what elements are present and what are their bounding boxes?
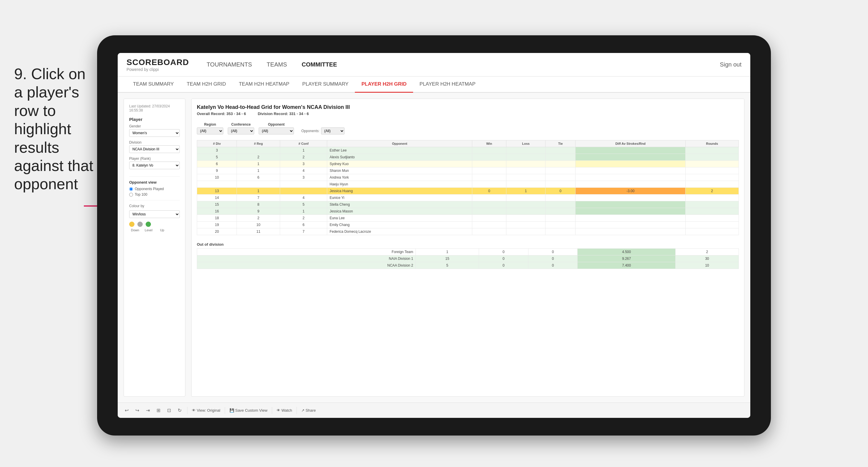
nav-teams[interactable]: TEAMS [267,60,287,69]
nav-tournaments[interactable]: TOURNAMENTS [207,60,252,69]
col-conf: # Conf [280,141,327,147]
undo-button[interactable]: ↩ [124,406,130,414]
subnav-player-summary[interactable]: PLAYER SUMMARY [296,76,355,93]
subnav-team-h2h-grid[interactable]: TEAM H2H GRID [180,76,232,93]
save-custom-label[interactable]: 💾 Save Custom View [229,408,268,412]
eye-icon: 👁 [192,408,196,412]
division-select[interactable]: NCAA Division III [129,145,180,153]
player-section-title: Player [129,117,180,122]
instruction-number: 9. [14,65,27,83]
subnav-player-h2h-grid[interactable]: PLAYER H2H GRID [355,76,413,93]
radio-top100[interactable]: Top 100 [129,192,180,196]
col-rounds: Rounds [685,141,739,147]
out-table: Foreign Team 1 0 0 4.500 2 NAIA Division… [197,248,739,269]
gender-select[interactable]: Women's [129,129,180,137]
out-table-row[interactable]: NCAA Division 2 5 0 0 7.400 10 [197,262,739,269]
table-row-highlighted[interactable]: 13 1 Jessica Huang 0 1 0 -3.00 2 [197,188,739,194]
table-row[interactable]: 19 10 6 Emily Chang [197,222,739,228]
subnav-team-summary[interactable]: TEAM SUMMARY [126,76,180,93]
region-select[interactable]: (All) [197,127,223,134]
colour-labels: Down Level Up [129,228,180,232]
out-table-row[interactable]: NAIA Division 1 15 0 0 9.267 30 [197,255,739,262]
data-title: Katelyn Vo Head-to-Head Grid for Women's… [197,104,350,111]
col-loss: Loss [506,141,545,147]
conference-filter-label: Conference [231,122,251,127]
col-reg: # Reg [237,141,280,147]
col-div: # Div [197,141,237,147]
table-header-row: # Div # Reg # Conf Opponent Win Loss Tie… [197,141,739,147]
instruction-body: Click on a player's row to highlight res… [14,65,93,192]
share-icon: ↗ [301,408,305,412]
table-row[interactable]: 5 2 2 Alexis Sudjianto [197,154,739,161]
main-table: # Div # Reg # Conf Opponent Win Loss Tie… [197,140,739,235]
nav-committee[interactable]: COMMITTEE [302,60,337,69]
instruction-text: 9. Click on a player's row to highlight … [14,65,96,193]
opponent-view-title: Opponent view [129,180,180,185]
out-of-division-title: Out of division [197,242,739,247]
col-tie: Tie [546,141,576,147]
player-rank-select[interactable]: 8. Katelyn Vo [129,161,180,169]
table-row[interactable]: 15 8 5 Stella Cheng [197,201,739,208]
colour-by-label: Colour by [129,204,180,208]
table-row[interactable]: Haeju Hyun [197,181,739,188]
colour-dots [129,222,180,227]
left-panel: Last Updated: 27/03/2024 16:55:38 Player… [124,99,185,397]
top-nav: SCOREBOARD Powered by clippi TOURNAMENTS… [118,53,750,76]
table-row[interactable]: 20 11 7 Federica Domecq Lacroze [197,228,739,235]
colour-by-select[interactable]: Win/loss [129,210,180,218]
paste-button[interactable]: ⊡ [166,406,172,414]
region-filter-group: Region (All) [197,122,223,134]
opponent-select[interactable]: (All) [259,127,294,134]
table-row[interactable]: 3 1 Esther Lee [197,147,739,154]
subnav-team-h2h-heatmap[interactable]: TEAM H2H HEATMAP [232,76,296,93]
refresh-button[interactable]: ↻ [177,406,183,414]
data-panel: Katelyn Vo Head-to-Head Grid for Women's… [191,99,744,397]
toolbar-divider-4 [297,407,297,414]
panel-timestamp: Last Updated: 27/03/2024 16:55:38 [129,104,180,113]
table-row[interactable]: 9 1 4 Sharon Mun [197,167,739,174]
dot-down [129,222,134,227]
division-label: Division [129,141,180,145]
region-filter-label: Region [204,122,216,127]
view-original-label[interactable]: 👁 View: Original [192,408,220,412]
out-of-division: Out of division Foreign Team 1 0 0 4.500… [197,242,739,269]
copy-button[interactable]: ⊞ [155,406,161,414]
tablet-frame: SCOREBOARD Powered by clippi TOURNAMENTS… [97,35,771,436]
forward-button[interactable]: ⇥ [145,406,151,414]
nav-items: TOURNAMENTS TEAMS COMMITTEE [207,60,720,69]
col-diff: Diff Av Strokes/Rnd [576,141,685,147]
bottom-toolbar: ↩ ↪ ⇥ ⊞ ⊡ ↻ 👁 View: Original 💾 Save Cust… [118,403,750,418]
table-row[interactable]: 14 7 4 Eunice Yi [197,194,739,201]
gender-label: Gender [129,124,180,128]
watch-label[interactable]: 👁 Watch [277,408,292,412]
opponents-label: Opponents: [301,129,319,133]
division-record: Division Record: 331 - 34 - 6 [258,112,309,116]
main-content: Last Updated: 27/03/2024 16:55:38 Player… [118,93,750,403]
logo: SCOREBOARD Powered by clippi [126,58,189,72]
down-label: Down [129,228,141,232]
panel-divider [129,176,180,177]
table-row[interactable]: 6 1 3 Sydney Kuo [197,161,739,167]
up-label: Up [156,228,168,232]
dot-level [137,222,143,227]
header-records: Katelyn Vo Head-to-Head Grid for Women's… [197,104,739,116]
conference-select[interactable]: (All) [228,127,254,134]
radio-opponents-played[interactable]: Opponents Played [129,187,180,191]
level-label: Level [143,228,154,232]
share-label[interactable]: ↗ Share [301,408,316,412]
subnav-player-h2h-heatmap[interactable]: PLAYER H2H HEATMAP [413,76,482,93]
redo-button[interactable]: ↪ [134,406,141,414]
watch-icon: 👁 [277,408,280,412]
out-table-row[interactable]: Foreign Team 1 0 0 4.500 2 [197,249,739,255]
player-rank-label: Player (Rank) [129,157,180,161]
opponent-filter-label: Opponent [268,122,285,127]
save-icon: 💾 [229,408,234,412]
overall-record: Overall Record: 353 - 34 - 6 [197,112,246,116]
opponent-filter-group: Opponent (All) [259,122,294,134]
opponents-select[interactable]: (All) [321,127,345,134]
toolbar-divider-2 [225,407,225,414]
table-row[interactable]: 10 6 3 Andrea York [197,174,739,181]
table-row[interactable]: 16 9 1 Jessica Mason [197,208,739,215]
table-row[interactable]: 18 2 2 Euna Lee [197,215,739,222]
sign-out[interactable]: Sign out [720,61,742,68]
